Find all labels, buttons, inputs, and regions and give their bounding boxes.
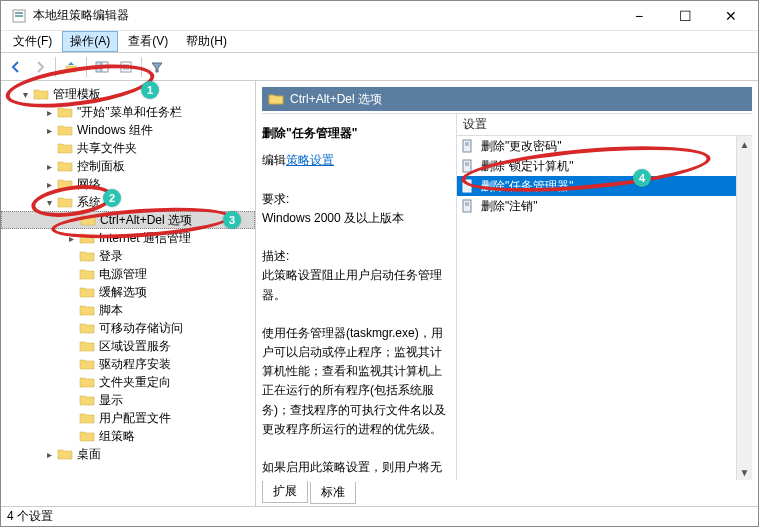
menu-file[interactable]: 文件(F): [5, 31, 60, 52]
list-item-label: 删除"锁定计算机": [481, 158, 574, 175]
tree-desktop[interactable]: 桌面: [1, 445, 255, 463]
folder-icon: [79, 410, 95, 426]
tree-group-policy[interactable]: 组策略: [1, 427, 255, 445]
folder-icon: [79, 392, 95, 408]
folder-icon: [79, 428, 95, 444]
folder-icon: [79, 302, 95, 318]
minimize-button[interactable]: −: [616, 1, 662, 31]
content-header-title: Ctrl+Alt+Del 选项: [290, 91, 382, 108]
requirements-value: Windows 2000 及以上版本: [262, 209, 448, 228]
tree-label: 电源管理: [99, 266, 147, 283]
tree-label: 桌面: [77, 446, 101, 463]
tree-shared-folders[interactable]: 共享文件夹: [1, 139, 255, 157]
tree-label: 管理模板: [53, 86, 101, 103]
status-bar: 4 个设置: [1, 506, 758, 526]
tree-label: 区域设置服务: [99, 338, 171, 355]
policy-icon: [461, 179, 475, 193]
tree-pane[interactable]: 管理模板 "开始"菜单和任务栏 Windows 组件 共享文件夹 控制面板 网络…: [1, 81, 256, 506]
up-button[interactable]: [60, 56, 82, 78]
tree-label: 共享文件夹: [77, 140, 137, 157]
folder-icon: [268, 91, 284, 107]
tree-driver-install[interactable]: 驱动程序安装: [1, 355, 255, 373]
status-text: 4 个设置: [7, 508, 53, 525]
tree-scripts[interactable]: 脚本: [1, 301, 255, 319]
tree-label: 组策略: [99, 428, 135, 445]
tree-label: 脚本: [99, 302, 123, 319]
list-item[interactable]: 删除"更改密码": [457, 136, 752, 156]
scroll-up-icon[interactable]: ▲: [737, 136, 752, 152]
tree-system[interactable]: 系统: [1, 193, 255, 211]
tree-label: 网络: [77, 176, 101, 193]
maximize-button[interactable]: ☐: [662, 1, 708, 31]
description-p1: 此策略设置阻止用户启动任务管理器。: [262, 266, 448, 304]
description-p3: 如果启用此策略设置，则用户将无法访问任务管理器。如果用户尝试启动任务管理器，则将…: [262, 458, 448, 480]
tree-windows-components[interactable]: Windows 组件: [1, 121, 255, 139]
tree-label: 显示: [99, 392, 123, 409]
list-item[interactable]: 删除"注销": [457, 196, 752, 216]
annotation-badge-3: 3: [223, 211, 241, 229]
tree-user-profiles[interactable]: 用户配置文件: [1, 409, 255, 427]
svg-rect-16: [463, 180, 471, 192]
list-header[interactable]: 设置: [457, 114, 752, 136]
menu-view[interactable]: 查看(V): [120, 31, 176, 52]
tree-display[interactable]: 显示: [1, 391, 255, 409]
policy-icon: [461, 199, 475, 213]
svg-rect-5: [102, 62, 108, 72]
folder-icon: [57, 122, 73, 138]
tree-label: Internet 通信管理: [99, 230, 191, 247]
tree-logon[interactable]: 登录: [1, 247, 255, 265]
tree-network[interactable]: 网络: [1, 175, 255, 193]
close-button[interactable]: ✕: [708, 1, 754, 31]
tree-admin-templates[interactable]: 管理模板: [1, 85, 255, 103]
forward-button[interactable]: [29, 56, 51, 78]
list-item[interactable]: 删除"锁定计算机": [457, 156, 752, 176]
window-title: 本地组策略编辑器: [33, 7, 616, 24]
annotation-badge-2: 2: [103, 189, 121, 207]
folder-icon: [57, 158, 73, 174]
folder-icon: [79, 266, 95, 282]
toolbar: [1, 53, 758, 81]
properties-button[interactable]: [115, 56, 137, 78]
folder-icon: [79, 374, 95, 390]
tree-label: 控制面板: [77, 158, 125, 175]
settings-list-pane: 设置 删除"更改密码" 删除"锁定计算机" 删除"任务管理器" 删除"注销" ▲…: [457, 114, 752, 480]
list-item[interactable]: 删除"任务管理器": [457, 176, 752, 196]
tree-removable[interactable]: 可移动存储访问: [1, 319, 255, 337]
tree-control-panel[interactable]: 控制面板: [1, 157, 255, 175]
menu-help[interactable]: 帮助(H): [178, 31, 235, 52]
tree-label: 文件夹重定向: [99, 374, 171, 391]
menu-action[interactable]: 操作(A): [62, 31, 118, 52]
tree-ctrl-alt-del[interactable]: Ctrl+Alt+Del 选项: [1, 211, 255, 229]
tree-label: 缓解选项: [99, 284, 147, 301]
folder-icon: [79, 230, 95, 246]
show-hide-tree-button[interactable]: [91, 56, 113, 78]
folder-icon: [80, 212, 96, 228]
filter-button[interactable]: [146, 56, 168, 78]
tree-folder-redirect[interactable]: 文件夹重定向: [1, 373, 255, 391]
tree-internet-comm[interactable]: Internet 通信管理: [1, 229, 255, 247]
svg-rect-2: [15, 15, 23, 17]
folder-icon: [57, 446, 73, 462]
list-vertical-scrollbar[interactable]: ▲ ▼: [736, 136, 752, 480]
scroll-down-icon[interactable]: ▼: [737, 464, 752, 480]
tab-bar: 扩展 标准: [256, 480, 758, 506]
edit-policy-link[interactable]: 策略设置: [286, 153, 334, 167]
svg-rect-10: [463, 140, 471, 152]
tree-locale[interactable]: 区域设置服务: [1, 337, 255, 355]
tab-extended[interactable]: 扩展: [262, 481, 308, 503]
folder-icon: [79, 284, 95, 300]
tab-standard[interactable]: 标准: [310, 482, 356, 504]
back-button[interactable]: [5, 56, 27, 78]
tree-label: 用户配置文件: [99, 410, 171, 427]
tree-power-mgmt[interactable]: 电源管理: [1, 265, 255, 283]
folder-icon: [79, 248, 95, 264]
tree-label: 系统: [77, 194, 101, 211]
svg-rect-19: [463, 200, 471, 212]
tree-start-taskbar[interactable]: "开始"菜单和任务栏: [1, 103, 255, 121]
policy-icon: [461, 159, 475, 173]
list-header-label: 设置: [463, 116, 487, 133]
tree-label: 可移动存储访问: [99, 320, 183, 337]
tree-mitigation[interactable]: 缓解选项: [1, 283, 255, 301]
annotation-badge-1: 1: [141, 81, 159, 99]
svg-rect-1: [15, 12, 23, 14]
